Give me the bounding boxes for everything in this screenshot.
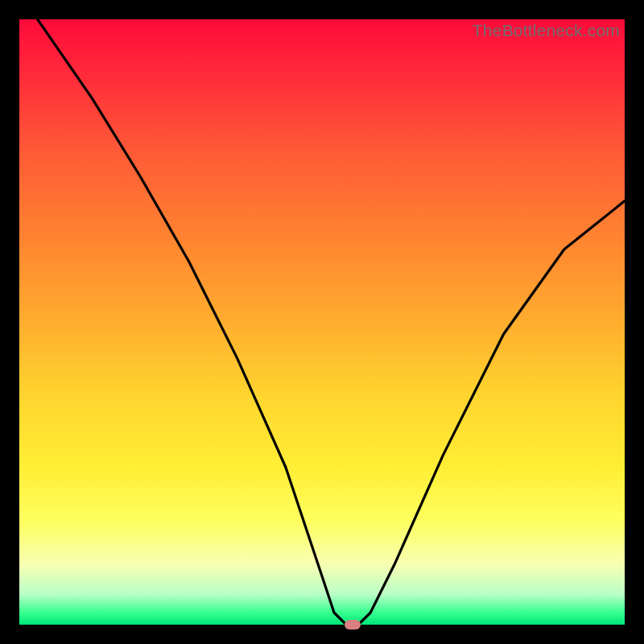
- optimal-marker: [345, 620, 361, 630]
- plot-area: TheBottleneck.com: [19, 19, 625, 625]
- curve-path: [38, 19, 625, 625]
- chart-frame: TheBottleneck.com: [0, 0, 644, 644]
- bottleneck-curve: [19, 19, 625, 625]
